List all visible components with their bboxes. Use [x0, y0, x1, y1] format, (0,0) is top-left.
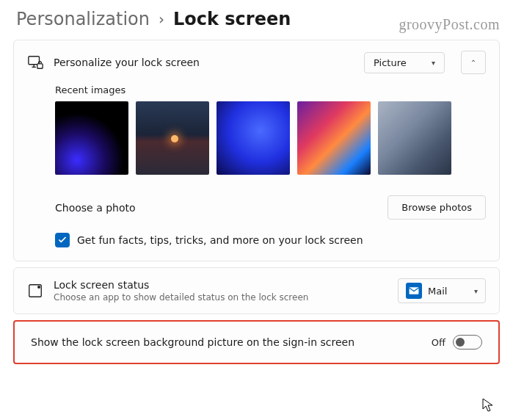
- toggle-knob: [456, 338, 465, 347]
- recent-image-thumb[interactable]: [378, 101, 451, 175]
- watermark: groovyPost.com: [399, 16, 500, 33]
- personalize-body: Recent images Choose a photo Browse phot…: [14, 84, 499, 261]
- collapse-section-button[interactable]: ⌃: [461, 51, 486, 74]
- fun-facts-label: Get fun facts, tips, tricks, and more on…: [77, 234, 363, 246]
- svg-rect-0: [29, 57, 40, 65]
- chevron-down-icon: ▾: [474, 287, 478, 295]
- cursor-icon: [482, 398, 494, 413]
- background-mode-value: Picture: [374, 57, 407, 68]
- personalize-title: Personalize your lock screen: [54, 57, 354, 68]
- recent-images-label: Recent images: [55, 84, 486, 95]
- status-title: Lock screen status: [54, 279, 388, 291]
- personalize-card: Personalize your lock screen Picture ▾ ⌃…: [13, 40, 500, 261]
- status-subtitle: Choose an app to show detailed status on…: [54, 292, 388, 303]
- browse-photos-button[interactable]: Browse photos: [388, 195, 486, 220]
- status-app-value: Mail: [428, 286, 447, 297]
- signin-background-label: Show the lock screen background picture …: [31, 336, 432, 348]
- fun-facts-checkbox[interactable]: [55, 233, 70, 247]
- recent-image-thumb[interactable]: [136, 101, 209, 175]
- page-title: Lock screen: [173, 9, 291, 29]
- lock-screen-status-card: Lock screen status Choose an app to show…: [13, 267, 500, 314]
- recent-image-thumb[interactable]: [217, 101, 290, 175]
- choose-photo-label: Choose a photo: [55, 202, 136, 214]
- signin-background-toggle[interactable]: [453, 335, 482, 350]
- personalize-header-row: Personalize your lock screen Picture ▾ ⌃: [14, 40, 499, 84]
- chevron-down-icon: ▾: [432, 59, 435, 67]
- chevron-right-icon: ›: [159, 10, 164, 28]
- signin-background-card: Show the lock screen background picture …: [13, 320, 500, 364]
- chevron-up-icon: ⌃: [470, 59, 476, 67]
- monitor-lock-icon: [27, 54, 43, 70]
- status-app-icon: [27, 283, 43, 299]
- background-mode-select[interactable]: Picture ▾: [364, 52, 445, 73]
- status-app-select[interactable]: Mail ▾: [398, 278, 486, 303]
- signin-toggle-state: Off: [432, 337, 445, 348]
- recent-image-thumb[interactable]: [55, 101, 128, 175]
- breadcrumb-parent[interactable]: Personalization: [16, 9, 150, 29]
- svg-point-5: [37, 286, 40, 289]
- svg-rect-3: [37, 64, 43, 68]
- recent-image-thumb[interactable]: [297, 101, 371, 175]
- recent-images-list: [55, 101, 486, 175]
- mail-icon: [406, 283, 422, 299]
